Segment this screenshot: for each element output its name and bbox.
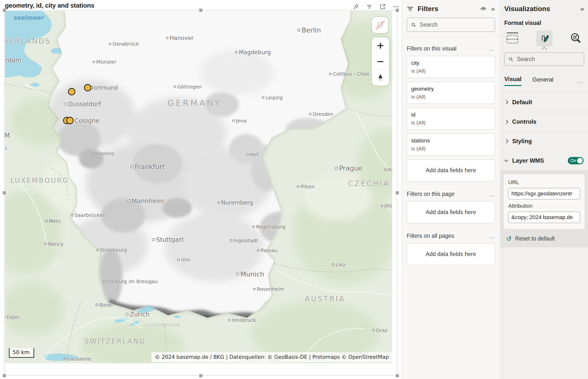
city-dot-icon	[96, 304, 98, 306]
city-label: Osnabrück	[109, 41, 139, 47]
city-label: Cottbus - Chóś	[329, 71, 369, 77]
city-label: Zurich	[126, 311, 149, 318]
section-more-icon[interactable]: …	[489, 193, 495, 195]
reset-to-default-button[interactable]: ↺ Reset to default	[506, 235, 585, 242]
resize-handle[interactable]	[3, 9, 6, 12]
city-dot-icon	[309, 113, 311, 115]
city-dot-icon	[252, 225, 255, 228]
section-default[interactable]: Default	[500, 92, 588, 112]
toggle-knob	[577, 158, 583, 163]
resize-handle[interactable]	[396, 191, 399, 194]
city-label: Koblenz	[91, 151, 114, 156]
city-dot-icon	[131, 165, 133, 168]
visualizations-header: Visualizations »	[504, 0, 584, 16]
data-point-marker[interactable]	[84, 84, 91, 91]
filter-condition: is (All)	[411, 68, 490, 74]
chevron-right-icon	[504, 139, 508, 143]
resize-handle[interactable]	[396, 374, 399, 377]
eye-icon[interactable]	[480, 5, 487, 13]
city-label: Pilsen	[297, 184, 315, 190]
country-label: SWITZERLAND	[84, 337, 146, 345]
filter-condition: is (All)	[411, 146, 490, 152]
city-dot-icon	[96, 249, 99, 251]
city-dot-icon	[217, 201, 220, 204]
city-label: Dresden	[309, 111, 333, 117]
tab-visual[interactable]: Visual	[504, 76, 522, 86]
filters-sections: Filters on this visual…cityis (All)geome…	[407, 45, 495, 265]
pane-mode-icons	[504, 30, 584, 47]
city-label: Strasbourg	[96, 247, 127, 253]
country-label: LIECHTENSTEIN	[145, 323, 180, 327]
attribution-input[interactable]	[508, 212, 580, 223]
city-label: M	[5, 132, 10, 139]
filter-field-name: stations	[411, 138, 490, 144]
filters-search[interactable]	[407, 18, 495, 32]
filter-section-header: Filters on this page…	[407, 191, 495, 197]
format-search[interactable]	[504, 52, 584, 66]
filter-field-name: geometry	[411, 86, 490, 92]
city-label: Göttingen	[174, 84, 202, 90]
filter-card[interactable]: cityis (All)	[407, 56, 495, 78]
map-zoom-controls: + − ▲ ▼	[372, 37, 389, 86]
city-label: Cologne	[74, 117, 99, 124]
format-search-input[interactable]	[517, 56, 580, 63]
city-label: Passau	[257, 247, 278, 253]
report-canvas: geometry, id, city and stations	[0, 0, 402, 379]
resize-handle[interactable]	[3, 191, 6, 194]
country-label: THERLANDS	[5, 37, 51, 45]
filter-card[interactable]: idis (All)	[407, 108, 495, 130]
collapse-filters-icon[interactable]: »	[491, 5, 495, 12]
section-more-icon[interactable]: …	[489, 235, 495, 237]
pitch-control[interactable]: ▲ ▼	[372, 69, 389, 86]
filter-section-label: Filters on this page	[407, 191, 455, 197]
data-point-marker[interactable]	[66, 117, 74, 124]
city-dot-icon	[246, 153, 249, 156]
pin-icon[interactable]	[353, 3, 359, 10]
city-label: Lausanne	[64, 356, 91, 362]
analytics-icon[interactable]	[570, 32, 582, 45]
city-dot-icon	[381, 205, 383, 207]
city-dot-icon	[232, 120, 235, 122]
url-input[interactable]	[508, 188, 580, 199]
add-data-fields-dropzone[interactable]: Add data fields here	[407, 159, 495, 181]
resize-handle[interactable]	[3, 374, 6, 377]
resize-handle[interactable]	[199, 9, 202, 12]
tab-general[interactable]: General	[532, 76, 553, 86]
geolocate-button[interactable]: ⚙	[372, 17, 388, 33]
powerbi-editor: geometry, id, city and stations	[0, 0, 588, 379]
section-label: Styling	[512, 138, 532, 145]
section-styling[interactable]: Styling	[500, 131, 588, 151]
zoom-out-button[interactable]: −	[372, 53, 389, 69]
build-visual-icon[interactable]	[507, 33, 519, 44]
city-dot-icon	[297, 29, 300, 32]
divider	[402, 36, 500, 36]
water-label: sselmeer	[13, 14, 43, 21]
collapse-visualizations-icon[interactable]: »	[580, 5, 584, 12]
city-dot-icon	[5, 316, 5, 318]
filter-card[interactable]: geometryis (All)	[407, 82, 495, 104]
tabs-more-icon[interactable]: …	[578, 80, 584, 82]
resize-handle[interactable]	[199, 374, 202, 377]
toggle-state-label: On	[570, 158, 576, 163]
filters-search-input[interactable]	[420, 21, 491, 28]
country-label: AUSTRIA	[305, 294, 345, 303]
city-dot-icon	[235, 51, 238, 53]
section-layer-wms[interactable]: Layer WMSOn	[500, 151, 588, 170]
resize-handle[interactable]	[396, 9, 399, 12]
add-data-fields-dropzone[interactable]: Add data fields here	[407, 243, 495, 265]
section-controls[interactable]: Controls	[500, 112, 588, 131]
zoom-in-button[interactable]: +	[372, 37, 389, 53]
focus-mode-icon[interactable]	[379, 3, 386, 10]
layer-wms-toggle[interactable]: On	[568, 157, 584, 164]
format-visual-icon[interactable]	[536, 30, 553, 47]
city-label: Leipzig	[262, 95, 283, 101]
map-visual[interactable]: sselmeerTHERLANDSGERMANYLUXEMBOURGCZECHI…	[5, 11, 392, 363]
city-label: Graz	[372, 327, 387, 333]
section-more-icon[interactable]: …	[489, 48, 495, 50]
filter-icon[interactable]	[366, 3, 373, 10]
city-dot-icon	[257, 249, 259, 252]
add-data-fields-dropzone[interactable]: Add data fields here	[407, 201, 495, 223]
city-label: Nuremberg	[217, 199, 253, 206]
data-point-marker[interactable]	[68, 88, 75, 95]
filter-card[interactable]: stationsis (All)	[407, 134, 495, 155]
